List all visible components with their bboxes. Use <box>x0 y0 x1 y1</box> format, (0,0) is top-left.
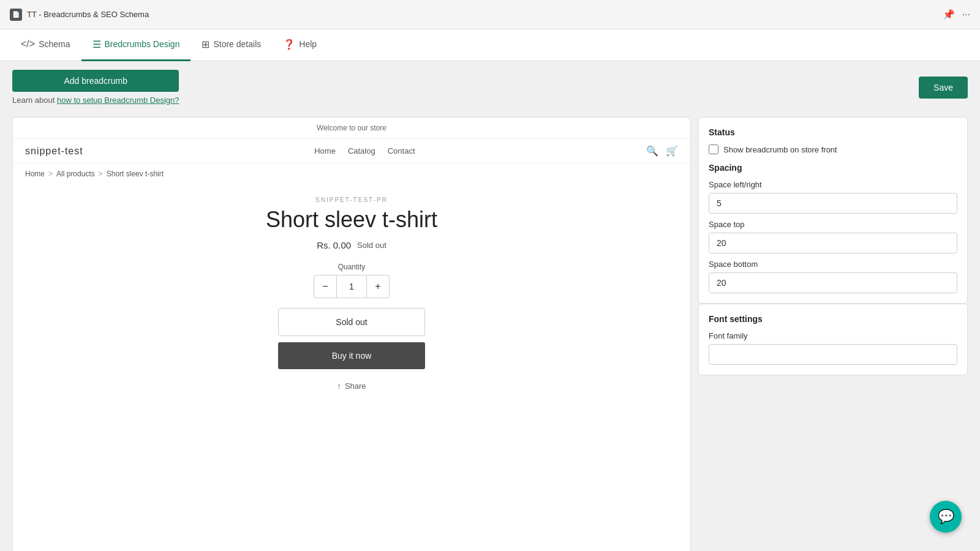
learn-link[interactable]: how to setup Breadcrumb Design? <box>57 96 179 105</box>
tab-schema[interactable]: </> Schema <box>10 29 81 61</box>
toolbar: Add breadcrumb Learn about how to setup … <box>0 61 980 110</box>
share-section: ↑ Share <box>37 381 666 391</box>
quantity-section: Quantity − 1 + <box>37 263 666 298</box>
breadcrumb-nav: Home > All products > Short sleev t-shir… <box>13 163 690 184</box>
space-lr-label: Space left/right <box>709 180 957 189</box>
tab-schema-label: Schema <box>39 39 70 49</box>
breadcrumb-all-products: All products <box>56 170 95 178</box>
quantity-increase-button[interactable]: + <box>367 276 389 298</box>
save-button[interactable]: Save <box>919 77 968 99</box>
breadcrumb-product: Short sleev t-shirt <box>107 170 164 178</box>
show-breadcrumb-checkbox[interactable] <box>709 144 718 154</box>
more-button[interactable]: ··· <box>962 9 970 20</box>
show-breadcrumb-row: Show breadcrumb on store front <box>709 144 957 154</box>
font-family-label: Font family <box>709 331 957 340</box>
breadcrumb-home: Home <box>25 170 45 178</box>
share-label: Share <box>345 381 366 391</box>
pin-button[interactable]: 📌 <box>943 9 955 20</box>
font-settings-card: Font settings Font family <box>698 304 968 375</box>
space-bottom-label: Space bottom <box>709 260 957 269</box>
store-logo: snippet-test <box>25 146 83 157</box>
space-lr-input[interactable] <box>709 193 957 214</box>
tab-bar: </> Schema ☰ Bredcrumbs Design ⊞ Store d… <box>0 29 980 61</box>
sold-out-badge: Sold out <box>357 241 386 250</box>
add-breadcrumb-button[interactable]: Add breadcrumb <box>12 70 179 92</box>
store-nav-icons: 🔍 🛒 <box>646 145 678 157</box>
app-icon: 📄 <box>10 9 22 21</box>
share-icon: ↑ <box>337 381 341 391</box>
tab-breadcrumbs-label: Bredcrumbs Design <box>105 39 180 49</box>
main-content: Welcome to our store snippet-test Home C… <box>0 110 980 551</box>
title-bar: 📄 TT - Breadcrumbs & SEO Schema 📌 ··· <box>0 0 980 29</box>
breadcrumb-sep-1: > <box>48 170 53 178</box>
toolbar-left: Add breadcrumb Learn about how to setup … <box>12 70 179 105</box>
tab-store-label: Store details <box>213 39 261 49</box>
store-welcome: Welcome to our store <box>13 118 690 139</box>
schema-icon: </> <box>21 39 35 50</box>
product-area: SNIPPET-TEST-PR Short sleev t-shirt Rs. … <box>13 184 690 403</box>
tab-help[interactable]: ❓ Help <box>272 29 328 61</box>
status-title: Status <box>709 127 957 137</box>
quantity-control: − 1 + <box>314 275 390 298</box>
space-top-label: Space top <box>709 220 957 229</box>
product-sku: SNIPPET-TEST-PR <box>37 197 666 203</box>
tab-help-label: Help <box>299 39 317 49</box>
font-title: Font settings <box>709 314 957 324</box>
settings-scroll[interactable]: Status Show breadcrumb on store front Sp… <box>698 117 968 375</box>
quantity-value: 1 <box>336 276 367 298</box>
store-nav: snippet-test Home Catalog Contact 🔍 🛒 <box>13 139 690 163</box>
spacing-title: Spacing <box>709 163 957 173</box>
title-bar-actions: 📌 ··· <box>943 9 970 20</box>
app-title: TT - Breadcrumbs & SEO Schema <box>27 10 149 19</box>
cart-icon: 🛒 <box>666 145 678 157</box>
font-family-input[interactable] <box>709 344 957 365</box>
tab-breadcrumbs[interactable]: ☰ Bredcrumbs Design <box>81 29 191 61</box>
help-icon: ❓ <box>283 39 295 50</box>
breadcrumb-sep-2: > <box>99 170 103 178</box>
quantity-decrease-button[interactable]: − <box>314 276 336 298</box>
learn-text: Learn about how to setup Breadcrumb Desi… <box>12 96 179 105</box>
show-breadcrumb-label[interactable]: Show breadcrumb on store front <box>723 145 837 154</box>
store-nav-links: Home Catalog Contact <box>314 146 415 156</box>
title-bar-left: 📄 TT - Breadcrumbs & SEO Schema <box>10 9 149 21</box>
tab-store[interactable]: ⊞ Store details <box>190 29 272 61</box>
settings-panel: Status Show breadcrumb on store front Sp… <box>698 117 968 551</box>
sold-out-button[interactable]: Sold out <box>278 308 425 336</box>
preview-panel: Welcome to our store snippet-test Home C… <box>12 117 691 551</box>
chat-button[interactable]: 💬 <box>930 501 962 533</box>
nav-catalog: Catalog <box>348 146 375 156</box>
nav-contact: Contact <box>388 146 415 156</box>
space-top-input[interactable] <box>709 233 957 253</box>
breadcrumbs-icon: ☰ <box>92 39 101 50</box>
store-icon: ⊞ <box>202 39 209 50</box>
product-price: Rs. 0.00 Sold out <box>37 240 666 250</box>
status-card: Status Show breadcrumb on store front Sp… <box>698 117 968 304</box>
price-value: Rs. 0.00 <box>317 240 351 250</box>
search-icon: 🔍 <box>646 145 658 157</box>
nav-home: Home <box>314 146 336 156</box>
quantity-label: Quantity <box>37 263 666 271</box>
product-title: Short sleev t-shirt <box>37 207 666 233</box>
buy-now-button[interactable]: Buy it now <box>278 342 425 369</box>
space-bottom-input[interactable] <box>709 272 957 293</box>
